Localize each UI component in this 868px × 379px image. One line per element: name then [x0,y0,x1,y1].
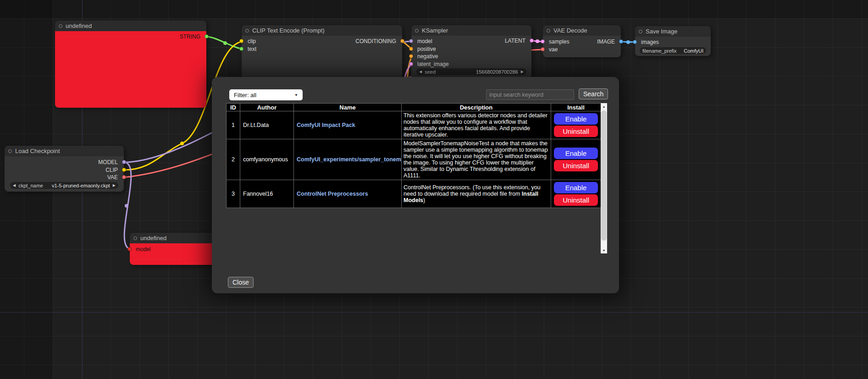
input-label-positive: positive [417,46,436,52]
input-slot-negative[interactable] [409,54,413,58]
node-collapse-icon[interactable] [245,29,249,33]
input-label-samples: samples [549,38,569,45]
filter-select[interactable]: Filter: all ▼ [229,89,303,100]
input-slot-clip[interactable] [239,39,243,43]
widget-decrement-icon[interactable]: ◀ [419,68,422,75]
node-title-bar[interactable]: Load Checkpoint [5,146,124,156]
node-body-error [55,31,206,108]
input-label-latent-image: latent_image [417,61,449,67]
extension-link[interactable]: ControlNet Preprocessors [297,191,368,197]
extension-description: ControlNet Preprocessors. (To use this e… [402,180,551,208]
input-slot-samples[interactable] [541,39,545,44]
scrollbar-thumb[interactable] [601,110,607,241]
node-vae-decode[interactable]: VAE Decode samples vae IMAGE [543,25,621,57]
filename-prefix-widget[interactable]: filename_prefix ComfyUI [640,47,706,54]
header-author: Author [240,104,294,111]
node-title-bar[interactable]: undefined [130,233,215,243]
enable-button[interactable]: Enable [554,113,598,125]
enable-button[interactable]: Enable [554,182,598,193]
node-collapse-icon[interactable] [415,29,419,33]
extension-id: 3 [227,180,240,208]
search-input[interactable] [486,89,574,100]
wire-dot-latent [536,39,539,43]
extension-description: ModelSamplerTonemapNoiseTest a node that… [402,139,551,180]
wire-dot-image [626,40,630,44]
output-slot-image[interactable] [619,39,623,44]
search-button[interactable]: Search [579,88,608,99]
widget-label: filename_prefix [642,48,677,54]
extension-author: comfyanonymous [240,139,294,180]
widget-decrement-icon[interactable]: ◀ [13,182,16,189]
input-slot-positive[interactable] [409,47,413,51]
widget-increment-icon[interactable]: ▶ [521,68,524,75]
scroll-up-icon[interactable]: ▲ [601,103,607,110]
output-slot-model[interactable] [122,160,126,164]
output-slot-vae[interactable] [122,175,126,179]
node-title-bar[interactable]: CLIP Text Encode (Prompt) [242,25,402,36]
canvas-axis-horizontal [0,312,868,313]
canvas-edge-shade-top [0,0,868,18]
description-text: ) [423,197,425,203]
output-slot-clip[interactable] [122,168,126,172]
scroll-down-icon[interactable]: ▼ [601,247,607,253]
node-undefined-bottom[interactable]: undefined model [130,233,215,265]
node-graph-canvas[interactable]: undefined STRING CLIP Text Encode (Promp… [0,0,868,379]
table-scrollbar[interactable]: ▲ ▼ [601,103,607,253]
input-slot-latent-image[interactable] [409,62,413,66]
input-label-model: model [136,246,151,253]
header-install: Install [551,104,601,111]
node-title-bar[interactable]: Save Image [635,26,711,37]
widget-value: ComfyUI [684,48,703,54]
extension-row: 1 Dr.Lt.Data ComfyUI Impact Pack This ex… [227,111,601,139]
output-label-string: STRING [180,33,200,40]
node-collapse-icon[interactable] [59,24,62,28]
extension-install-cell: Enable Uninstall [551,180,601,208]
widget-increment-icon[interactable]: ▶ [113,182,116,189]
custom-nodes-manager-dialog: Filter: all ▼ Search ID Author Name Desc… [212,77,619,293]
node-collapse-icon[interactable] [547,29,550,33]
header-name: Name [294,104,402,111]
node-collapse-icon[interactable] [133,236,137,240]
node-collapse-icon[interactable] [8,149,12,153]
uninstall-button[interactable]: Uninstall [554,126,598,137]
extension-row: 2 comfyanonymous ComfyUI_experiments/sam… [227,139,601,180]
widget-label: seed [425,69,436,75]
widget-value: v1-5-pruned-emaonly.ckpt [52,183,110,188]
input-slot-text[interactable] [239,47,243,51]
wire-dot-model [125,204,128,208]
node-title: Load Checkpoint [15,148,60,154]
node-title-bar[interactable]: KSampler [411,25,531,36]
enable-button[interactable]: Enable [554,148,598,159]
input-slot-model[interactable] [127,247,132,251]
input-slot-vae[interactable] [541,47,545,51]
node-save-image[interactable]: Save Image images filename_prefix ComfyU… [635,26,711,56]
node-title-bar[interactable]: VAE Decode [543,25,621,36]
uninstall-button[interactable]: Uninstall [554,160,598,171]
node-title: undefined [140,235,166,242]
extensions-table: ID Author Name Description Install 1 Dr.… [226,103,601,208]
node-load-checkpoint[interactable]: Load Checkpoint MODEL CLIP VAE ◀ ckpt_na… [5,146,124,192]
seed-widget[interactable]: ◀ seed 156680208700286 ▶ [416,68,526,75]
widget-value: 156680208700286 [476,69,518,75]
output-slot-string[interactable] [205,34,209,38]
node-undefined-top[interactable]: undefined STRING [55,21,206,108]
output-slot-conditioning[interactable] [400,39,404,43]
input-label-text: text [248,46,256,52]
uninstall-button[interactable]: Uninstall [554,194,598,206]
input-label-clip: clip [248,38,256,44]
node-collapse-icon[interactable] [639,30,642,33]
wire-dot-clip [180,142,184,145]
input-label-model: model [417,38,432,44]
node-title-bar[interactable]: undefined [55,21,206,31]
extension-author: Dr.Lt.Data [240,111,294,139]
close-button[interactable]: Close [228,277,254,288]
output-slot-latent[interactable] [530,38,534,43]
input-slot-images[interactable] [633,40,637,44]
table-header-row: ID Author Name Description Install [227,104,601,111]
node-title: KSampler [422,27,448,34]
extension-link[interactable]: ComfyUI Impact Pack [297,122,355,128]
input-slot-model[interactable] [409,39,413,43]
extension-link[interactable]: ComfyUI_experiments/sampler_tonemap [297,156,402,163]
ckpt-name-widget[interactable]: ◀ ckpt_name v1-5-pruned-emaonly.ckpt ▶ [10,182,118,189]
input-label-images: images [641,39,659,45]
